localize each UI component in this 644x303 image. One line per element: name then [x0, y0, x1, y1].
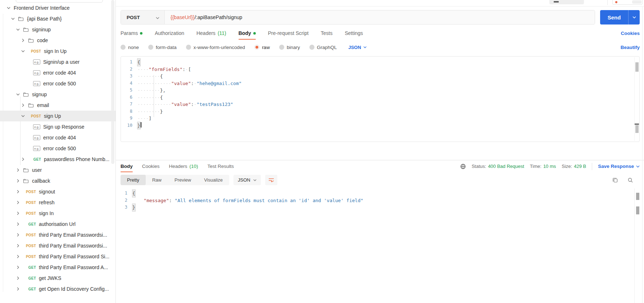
tree-item-signinup[interactable]: signinup — [0, 24, 115, 35]
chevron-right-icon[interactable] — [20, 37, 26, 43]
tree-example-error-code-404[interactable]: e.g.error code 404 — [0, 67, 115, 78]
scrollbar-thumb[interactable] — [636, 206, 639, 214]
response-tab-headers[interactable]: Headers(10) — [169, 160, 198, 172]
view-visualize[interactable]: Visualize — [198, 175, 229, 185]
chevron-right-icon[interactable] — [15, 243, 21, 249]
chevron-right-icon[interactable] — [15, 189, 21, 195]
topbar-env-fragment[interactable] — [612, 0, 643, 5]
tree-example-error-code-500[interactable]: e.g.error code 500 — [0, 78, 115, 89]
tree-example-error-code-500[interactable]: e.g.error code 500 — [0, 143, 115, 154]
tree-item-get-open-id-discovery-config[interactable]: GETget Open Id Discovery Config... — [0, 284, 115, 294]
tree-item-user[interactable]: user — [0, 165, 115, 175]
size-value: 429 B — [574, 164, 586, 169]
chevron-right-icon[interactable] — [15, 167, 21, 173]
tree-item-third-party-email-passwordsi[interactable]: POSTthird Party Email Passwordsi... — [0, 240, 115, 251]
response-meta: Status: 400 Bad Request Time: 10 ms Size… — [460, 160, 640, 172]
body-language-select[interactable]: JSON — [348, 45, 366, 50]
body-type-form-data[interactable]: form-data — [148, 45, 177, 50]
chevron-down-icon[interactable] — [20, 48, 26, 54]
save-response-button[interactable]: Save Response — [598, 164, 640, 169]
tree-item-code[interactable]: code — [0, 35, 115, 46]
response-tab-cookies[interactable]: Cookies — [142, 160, 160, 172]
body-type-none[interactable]: none — [121, 45, 139, 50]
tree-item-sign-in[interactable]: POSTsign In — [0, 208, 115, 219]
chevron-right-icon[interactable] — [15, 200, 21, 205]
response-language-select[interactable]: JSON — [233, 175, 261, 185]
view-raw[interactable]: Raw — [146, 175, 168, 185]
method-select[interactable]: POST — [121, 10, 165, 24]
body-type-binary[interactable]: binary — [279, 45, 300, 50]
body-type-graphql[interactable]: GraphQL — [309, 45, 337, 50]
request-body-editor[interactable]: 1{2····"formFields":·[3········{4·······… — [121, 56, 640, 142]
topbar-button-fragment[interactable] — [549, 0, 584, 4]
body-type-raw[interactable]: raw — [254, 45, 270, 50]
tree-example-sign-up-response[interactable]: e.g.Sign up Response — [0, 121, 115, 132]
chevron-right-icon[interactable] — [15, 210, 21, 216]
tree-item-api-base-path[interactable]: {api Base Path} — [0, 13, 115, 24]
response-pane: BodyCookiesHeaders(10)Test Results Statu… — [116, 160, 644, 303]
scrollbar-thumb[interactable] — [635, 62, 639, 72]
tree-item-third-party-email-password-a[interactable]: GETthird Party Email Password A... — [0, 262, 115, 273]
chevron-right-icon[interactable] — [15, 286, 21, 292]
tree-item-signup[interactable]: signup — [0, 89, 115, 100]
view-pretty[interactable]: Pretty — [121, 175, 146, 185]
tree-item-signout[interactable]: POSTsignout — [0, 186, 115, 197]
response-tab-body[interactable]: Body — [121, 160, 133, 172]
tree-item-sign-in-up[interactable]: POSTsign In Up — [0, 46, 115, 57]
tree-item-third-party-email-password-si[interactable]: POSTthird Party Email Password Si... — [0, 251, 115, 262]
send-options-button[interactable] — [628, 10, 640, 24]
send-button[interactable]: Send — [600, 10, 628, 24]
tree-example-error-code-404[interactable]: e.g.error code 404 — [0, 132, 115, 143]
chevron-down-icon[interactable] — [15, 27, 21, 32]
tab-tests[interactable]: Tests — [321, 27, 333, 40]
chevron-right-icon[interactable] — [20, 102, 26, 108]
tree-item-email[interactable]: email — [0, 100, 115, 111]
chevron-right-icon[interactable] — [15, 232, 21, 238]
url-input[interactable]: {{baseUrl}}/:apiBasePath/signup — [165, 10, 595, 24]
method-badge: POST — [23, 190, 36, 194]
chevron-down-icon[interactable] — [15, 92, 21, 97]
view-preview[interactable]: Preview — [168, 175, 198, 185]
editor-scrollbar[interactable] — [634, 57, 639, 141]
search-icon[interactable] — [627, 177, 633, 183]
tree-item-third-party-email-passwordsi[interactable]: POSTthird Party Email Passwordsi... — [0, 230, 115, 240]
tree-item-label: Signin/up a user — [43, 59, 80, 65]
request-tabs: ParamsAuthorizationHeaders(11)BodyPre-re… — [121, 27, 640, 40]
json-string: "hehe@gmail.com" — [196, 80, 241, 87]
scrollbar-thumb[interactable] — [636, 193, 639, 200]
chevron-right-icon[interactable] — [15, 264, 21, 270]
tab-body[interactable]: Body — [239, 27, 256, 40]
tab-headers[interactable]: Headers(11) — [196, 27, 226, 40]
chevron-right-icon[interactable] — [15, 275, 21, 281]
tree-example-signin-up-a-user[interactable]: e.g.Signin/up a user — [0, 57, 115, 67]
body-type-x-www-form-urlencoded[interactable]: x-www-form-urlencoded — [186, 45, 245, 50]
tree-item-get-jwks[interactable]: GETget JWKS — [0, 273, 115, 284]
tab-authorization[interactable]: Authorization — [155, 27, 184, 40]
tree-item-passwordless-phone-numb[interactable]: GETpasswordless Phone Numb... — [0, 154, 115, 165]
beautify-link[interactable]: Beautify — [621, 45, 640, 50]
tree-item-callback[interactable]: callback — [0, 175, 115, 186]
tab-params[interactable]: Params — [121, 27, 142, 40]
response-scrollbar[interactable] — [634, 188, 639, 303]
chevron-right-icon[interactable] — [20, 156, 26, 162]
chevron-right-icon[interactable] — [15, 254, 21, 259]
tab-settings[interactable]: Settings — [345, 27, 363, 40]
chevron-right-icon[interactable] — [15, 178, 21, 184]
tree-item-sign-up[interactable]: POSTsign Up — [0, 111, 115, 121]
tree-item-authorisation-url[interactable]: GETauthorisation Url — [0, 219, 115, 230]
chevron-right-icon[interactable] — [15, 221, 21, 227]
wrap-lines-button[interactable] — [265, 175, 277, 185]
tab-pre-request-script[interactable]: Pre-request Script — [268, 27, 309, 40]
copy-icon[interactable] — [612, 177, 618, 183]
cookies-link[interactable]: Cookies — [621, 27, 640, 40]
chevron-down-icon[interactable] — [10, 16, 16, 22]
network-globe-icon[interactable] — [460, 164, 466, 169]
tree-item-frontend-driver-interface[interactable]: Frontend Driver Interface — [0, 3, 115, 13]
tab-label: Headers — [196, 30, 216, 36]
response-tab-test-results[interactable]: Test Results — [208, 160, 234, 172]
chevron-down-icon[interactable] — [20, 113, 26, 119]
tree-item-refresh[interactable]: POSTrefresh — [0, 197, 115, 208]
scrollbar-thumb[interactable] — [635, 125, 639, 133]
folder-icon — [23, 178, 29, 184]
chevron-down-icon[interactable] — [6, 5, 12, 11]
